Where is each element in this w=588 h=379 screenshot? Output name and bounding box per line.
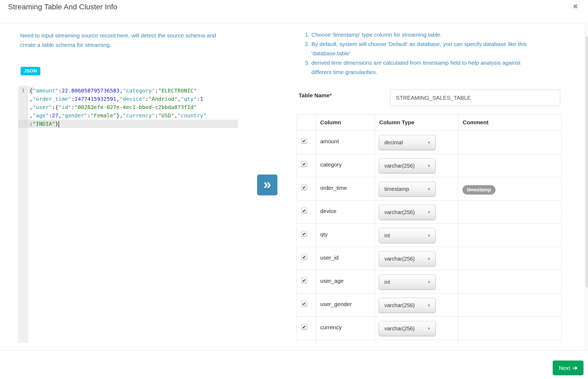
tip-item: 3.derived time dimensions are calculated… <box>301 58 539 77</box>
line-number <box>18 111 28 120</box>
table-name-input[interactable] <box>390 90 560 106</box>
header-comment: Comment <box>458 114 562 131</box>
table-row: ✔user_ageint▼ <box>297 270 562 293</box>
line-number: 1 <box>18 87 28 95</box>
table-name-label-text: Table Name <box>299 92 330 98</box>
column-name: amount <box>316 131 375 145</box>
column-type-select[interactable]: int▼ <box>379 228 436 243</box>
column-type-select[interactable]: int▼ <box>379 274 436 289</box>
header-column: Column <box>316 114 375 131</box>
column-type-value: varchar(256) <box>384 205 415 219</box>
column-name: device <box>316 200 375 214</box>
row-checkbox[interactable]: ✔ <box>301 231 307 237</box>
tip-item: 1.Choose 'timestamp' type column for str… <box>301 30 539 39</box>
table-row: ✔amountdecimal▼ <box>297 131 562 154</box>
table-row: ✔qtyint▼ <box>297 224 562 247</box>
column-type-value: int <box>384 275 390 289</box>
double-chevron-right-icon: » <box>264 177 271 191</box>
row-checkbox[interactable]: ✔ <box>301 138 307 144</box>
chevron-down-icon: ▼ <box>427 303 431 307</box>
code-line: 1{"amount":22.806058795736583,"category"… <box>18 87 238 95</box>
tip-item: 2.By default, system will choose 'Defaul… <box>301 39 539 58</box>
streaming-tips-list: 1.Choose 'timestamp' type column for str… <box>301 30 539 77</box>
row-checkbox[interactable]: ✔ <box>301 161 307 167</box>
timestamp-badge: timestamp <box>462 185 496 195</box>
close-icon[interactable]: ✖ <box>573 4 578 10</box>
row-checkbox[interactable]: ✔ <box>301 208 307 214</box>
row-checkbox[interactable]: ✔ <box>301 277 307 283</box>
column-name: qty <box>316 224 375 238</box>
table-row: ✔user_gendervarchar(256)▼ <box>297 293 562 317</box>
modal-header: Streaming Table And Cluster Info ✖ <box>0 0 588 24</box>
table-row: ✔currencyvarchar(256)▼ <box>297 317 562 340</box>
column-type-select[interactable]: varchar(256)▼ <box>379 158 436 173</box>
column-type-select[interactable]: varchar(256)▼ <box>379 321 436 336</box>
column-type-value: timestamp <box>384 182 409 196</box>
next-button[interactable]: Next ➔ <box>553 361 583 375</box>
column-name: category <box>316 154 375 168</box>
chevron-down-icon: ▼ <box>427 280 431 284</box>
table-row: ✔categoryvarchar(256)▼ <box>297 154 562 177</box>
chevron-down-icon: ▼ <box>427 257 431 261</box>
row-checkbox[interactable]: ✔ <box>301 301 307 307</box>
tip-text: Choose 'timestamp' type column for strea… <box>311 30 539 39</box>
schema-table-wrap: Column Column Type Comment ✔amountdecima… <box>297 114 562 343</box>
column-type-value: varchar(256) <box>384 298 415 312</box>
column-type-select[interactable]: varchar(256)▼ <box>379 298 436 313</box>
column-name: currency <box>316 317 375 331</box>
table-name-label: Table Name* <box>299 92 332 99</box>
chevron-down-icon: ▼ <box>427 234 431 238</box>
arrow-right-icon: ➔ <box>573 365 578 372</box>
column-type-select[interactable]: varchar(256)▼ <box>379 205 436 220</box>
schema-table: Column Column Type Comment ✔amountdecima… <box>297 114 562 343</box>
row-checkbox[interactable]: ✔ <box>301 184 307 190</box>
chevron-down-icon: ▼ <box>427 164 431 168</box>
tip-number: 2. <box>301 39 310 58</box>
tip-number: 1. <box>301 30 310 39</box>
header-column-type: Column Type <box>375 114 458 131</box>
row-checkbox[interactable]: ✔ <box>301 254 307 260</box>
chevron-down-icon: ▼ <box>427 327 431 331</box>
code-line: :"INDIA"} <box>18 120 238 128</box>
json-format-badge: JSON <box>21 67 40 75</box>
column-type-value: varchar(256) <box>384 158 415 173</box>
column-name: user_gender <box>316 293 375 307</box>
line-number <box>18 120 28 128</box>
table-row: ✔user_idvarchar(256)▼ <box>297 247 562 270</box>
column-type-select[interactable]: timestamp▼ <box>379 181 436 196</box>
line-number <box>18 95 28 103</box>
column-type-value: decimal <box>384 135 403 150</box>
chevron-down-icon: ▼ <box>427 187 431 191</box>
column-type-select[interactable]: varchar(256)▼ <box>379 251 436 266</box>
row-checkbox[interactable]: ✔ <box>301 324 307 330</box>
line-number <box>18 103 28 111</box>
table-row: ✔devicevarchar(256)▼ <box>297 200 562 224</box>
code-line: ,"age":27,"gender":"Female"},"currency":… <box>18 111 238 120</box>
json-code-editor[interactable]: 1{"amount":22.806058795736583,"category"… <box>18 86 238 343</box>
modal-title: Streaming Table And Cluster Info <box>8 3 117 11</box>
column-type-select[interactable]: decimal▼ <box>379 135 436 150</box>
code-rows: 1{"amount":22.806058795736583,"category"… <box>18 87 238 128</box>
source-record-instructions: Need to input streaming source record he… <box>20 31 222 49</box>
column-type-value: varchar(256) <box>384 321 415 336</box>
next-button-label: Next <box>559 365 570 371</box>
required-asterisk: * <box>330 92 332 98</box>
column-name: user_id <box>316 247 375 261</box>
column-type-value: int <box>384 228 390 243</box>
chevron-down-icon: ▼ <box>427 210 431 214</box>
tip-text: derived time dimensions are calculated f… <box>311 58 539 77</box>
tip-number: 3. <box>301 58 310 77</box>
header-checkbox-col <box>297 114 316 131</box>
table-row: ✔order_timetimestamp▼timestamp <box>297 177 562 200</box>
detect-schema-button[interactable]: » <box>257 175 277 195</box>
table-row: ✔countryvarchar(256)▼ <box>297 340 562 344</box>
scrollbar-thumb[interactable] <box>586 36 588 288</box>
streaming-table-modal: Streaming Table And Cluster Info ✖ Need … <box>0 0 588 379</box>
schema-header-row: Column Column Type Comment <box>297 114 562 131</box>
modal-footer: Next ➔ <box>0 350 588 379</box>
body-scrollbar[interactable] <box>585 24 588 350</box>
column-name: country <box>316 340 375 343</box>
column-name: user_age <box>316 270 375 284</box>
tip-text: By default, system will choose 'Default'… <box>311 39 539 58</box>
text-cursor <box>59 121 59 127</box>
